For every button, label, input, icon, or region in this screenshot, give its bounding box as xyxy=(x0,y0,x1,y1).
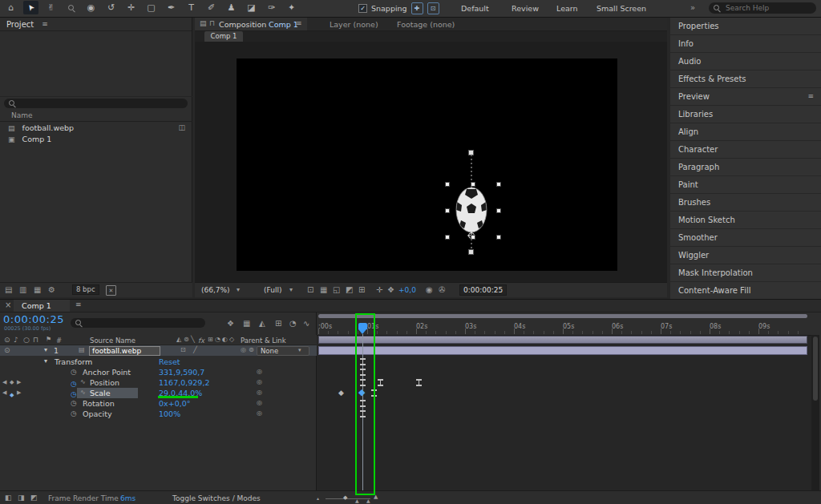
track-area[interactable] xyxy=(317,335,811,490)
show-snapshot-icon[interactable]: ✇ xyxy=(439,286,445,294)
roto-brush-tool-icon[interactable]: ✑ xyxy=(264,1,279,14)
stopwatch-icon[interactable]: ◷ xyxy=(71,369,77,376)
collapse-column-icon[interactable]: ⊚ xyxy=(184,337,189,343)
parent-link-column-header[interactable]: Parent & Link xyxy=(241,337,286,345)
panel-tab-align[interactable]: Align xyxy=(670,123,821,140)
layer-duration-bar[interactable] xyxy=(318,346,807,355)
motion-blur-toggle-icon[interactable]: ◔ xyxy=(289,320,297,328)
property-row-anchor-point[interactable]: ◷ Anchor Point 331,9,590,7 ◎ xyxy=(0,367,317,377)
project-panel-tab[interactable]: Project ≡ xyxy=(0,18,192,31)
puppet-pin-tool-icon[interactable]: ✦ xyxy=(284,1,299,14)
layer-expand-icon[interactable]: ▾ xyxy=(44,347,47,353)
snapping-checkbox[interactable]: ✓ xyxy=(358,4,367,13)
panel-tab-libraries[interactable]: Libraries xyxy=(670,106,821,123)
comp-mini-tab[interactable]: Comp 1 xyxy=(204,31,243,42)
fx-column-header[interactable]: fx xyxy=(198,337,204,345)
timeline-scrollbar[interactable] xyxy=(811,335,819,490)
selection-tool-icon[interactable]: ➤ xyxy=(23,1,38,14)
frame-blending-toggle-icon[interactable]: ⊞ xyxy=(275,320,281,328)
keyframe-icon[interactable]: ◆ xyxy=(338,389,344,397)
panel-menu-icon[interactable]: ≡ xyxy=(296,20,302,27)
snap-option-1-icon[interactable]: ✚ xyxy=(411,2,423,14)
shy-column-icon[interactable]: ◭ xyxy=(176,337,181,343)
panel-tab-motion-sketch[interactable]: Motion Sketch xyxy=(670,212,821,228)
timeline-search-input[interactable] xyxy=(86,317,205,329)
toggle-in-out-panes-icon[interactable]: ◩ xyxy=(30,494,38,502)
exposure-value[interactable]: +0,0 xyxy=(398,286,416,294)
keyframe-next-icon[interactable]: ▶ xyxy=(17,380,21,385)
transform-group-row[interactable]: ▾ Transform Reset xyxy=(0,357,317,367)
layer-name-field[interactable]: football.webp xyxy=(89,346,160,356)
panel-tab-paragraph[interactable]: Paragraph xyxy=(670,159,821,175)
toggle-layer-switches-pane-icon[interactable]: ◧ xyxy=(5,494,12,502)
snapshot-icon[interactable]: ◉ xyxy=(426,286,433,294)
keyframe-icon[interactable] xyxy=(416,379,422,386)
property-pickwhip-icon[interactable]: ◎ xyxy=(257,410,262,417)
lock-column-icon[interactable]: ⊓ xyxy=(33,337,38,344)
panel-tab-paint[interactable]: Paint xyxy=(670,176,821,193)
channels-icon[interactable]: ◩ xyxy=(346,286,353,294)
zoom-tool-icon[interactable] xyxy=(63,1,79,14)
transform-group-label[interactable]: Transform xyxy=(55,357,92,367)
time-navigator[interactable] xyxy=(318,314,807,318)
comp-flowchart-icon[interactable]: ❖ xyxy=(227,320,234,328)
graph-set-icon[interactable]: ∿ xyxy=(80,379,86,385)
toggle-switches-modes-button[interactable]: Toggle Switches / Modes xyxy=(172,494,261,502)
property-value[interactable]: 0x+0,0° xyxy=(159,398,190,409)
project-item-football[interactable]: ▤ football.webp ◫ xyxy=(0,123,192,134)
threed-column-icon[interactable]: ◇ xyxy=(229,337,234,343)
transform-reset-link[interactable]: Reset xyxy=(159,357,180,367)
exposure-icon[interactable]: ❖ xyxy=(387,286,394,294)
zoom-level-dropdown[interactable]: (66,7%) xyxy=(201,286,230,294)
property-pickwhip-icon[interactable]: ◎ xyxy=(257,389,262,396)
current-timecode[interactable]: 0:00:00:25 xyxy=(3,313,64,325)
panel-tab-properties[interactable]: Properties xyxy=(670,18,821,34)
solo-column-icon[interactable]: ○ xyxy=(23,337,30,344)
audio-column-icon[interactable]: ♪ xyxy=(14,337,18,344)
close-icon[interactable]: × xyxy=(5,301,11,309)
panel-tab-info[interactable]: Info xyxy=(670,35,821,52)
clone-stamp-tool-icon[interactable]: ♟ xyxy=(224,1,239,14)
workspace-overflow-icon[interactable]: » xyxy=(690,4,695,12)
property-value[interactable]: 100% xyxy=(159,409,180,419)
hand-tool-icon[interactable]: ✌ xyxy=(43,1,59,14)
property-row-position[interactable]: ◀ ◆ ▶ ◷ ∿ Position 1167,0,929,2 ◎ xyxy=(0,377,317,388)
layer-row-football[interactable]: ⊙ ▾ 1 ▤ football.webp ⊡ ╱ ◎ ⊚ None ▾ xyxy=(0,345,317,356)
panel-tab-content-aware-fill[interactable]: Content-Aware Fill xyxy=(670,282,821,299)
viewer-tab-type-label[interactable]: Composition xyxy=(219,20,266,29)
new-folder-icon[interactable]: ▥ xyxy=(19,286,26,294)
panel-tab-audio[interactable]: Audio xyxy=(670,53,821,70)
adjustment-column-icon[interactable]: ◐ xyxy=(222,337,228,343)
crosshair-icon[interactable]: ✛ xyxy=(376,286,382,294)
rotation-tool-icon[interactable]: ↺ xyxy=(103,1,119,14)
draft-3d-icon[interactable]: ▦ xyxy=(243,320,250,328)
panel-tab-preview[interactable]: Preview≡ xyxy=(670,88,821,105)
zoom-slider-handle[interactable]: ◆ xyxy=(343,495,347,501)
property-pickwhip-icon[interactable]: ◎ xyxy=(257,369,262,375)
layer-quality-switch-icon[interactable]: ╱ xyxy=(193,347,197,353)
motion-blur-column-icon[interactable]: ◔ xyxy=(215,337,220,343)
zoom-in-timeline-icon[interactable]: ▲ xyxy=(374,494,378,500)
viewer-timecode[interactable]: 0:00:00:25 xyxy=(459,284,507,296)
workspace-tab-small-screen[interactable]: Small Screen xyxy=(597,4,646,13)
property-row-rotation[interactable]: ◷ Rotation 0x+0,0° ◎ xyxy=(0,398,317,409)
panel-menu-icon[interactable]: ≡ xyxy=(75,301,82,308)
layer-eye-icon[interactable]: ⊙ xyxy=(4,347,10,354)
keyframe-icon[interactable] xyxy=(378,379,383,386)
graph-set-icon[interactable]: ∿ xyxy=(80,389,86,396)
panel-tab-mask-interpolation[interactable]: Mask Interpolation xyxy=(670,264,821,281)
property-pickwhip-icon[interactable]: ◎ xyxy=(257,379,262,385)
home-icon[interactable]: ⌂ xyxy=(3,1,18,14)
stopwatch-icon[interactable]: ◷ xyxy=(71,400,77,407)
layer-collapse-switch-icon[interactable]: ⊡ xyxy=(180,347,186,353)
property-name[interactable]: Anchor Point xyxy=(83,367,131,377)
property-value[interactable]: 331,9,590,7 xyxy=(159,367,204,377)
property-pickwhip-icon[interactable]: ◎ xyxy=(257,400,262,406)
shy-toggle-icon[interactable]: ◭ xyxy=(259,320,265,328)
parent-pickwhip-icon[interactable]: ◎ xyxy=(241,347,246,353)
workspace-tab-review[interactable]: Review xyxy=(512,4,539,13)
panel-tab-brushes[interactable]: Brushes xyxy=(670,194,821,211)
timeline-tab-comp1[interactable]: Comp 1 xyxy=(14,300,70,312)
group-expand-icon[interactable]: ▾ xyxy=(44,358,47,365)
stopwatch-icon[interactable]: ◷ xyxy=(71,410,77,417)
